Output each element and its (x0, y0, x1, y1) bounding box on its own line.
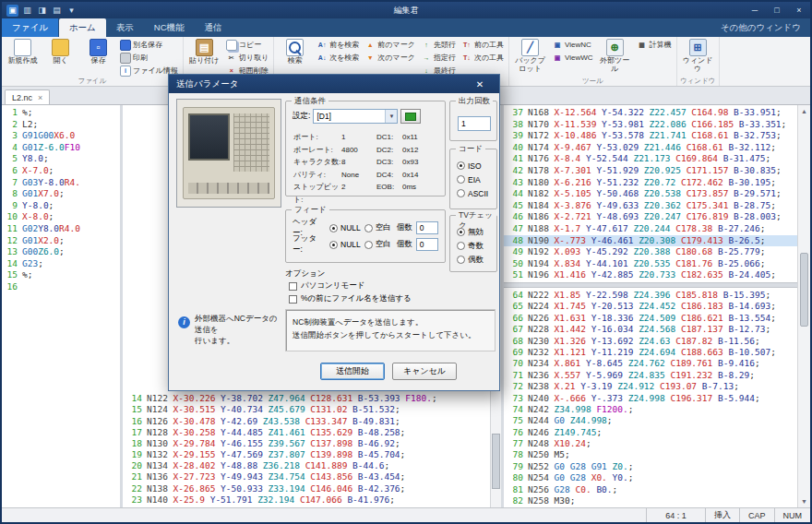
code-line[interactable]: 42N178 X-7.301 Y-51.929 Z20.925 C171.157… (504, 165, 797, 177)
cancel-button[interactable]: キャンセル (392, 363, 457, 380)
ribbon-button-small[interactable]: A↑前を検索 (315, 39, 361, 51)
vertical-scrollbar[interactable]: ▲ ▼ (797, 105, 810, 507)
code-line[interactable]: 46N186 X-2.721 Y-48.693 Z20.247 C176.819… (504, 211, 797, 223)
code-option[interactable]: EIA (457, 173, 495, 186)
code-line[interactable]: 14G23; (2, 258, 120, 270)
code-line[interactable]: 50N194 X.834 Y-44.101 Z20.535 C181.76 B-… (504, 258, 797, 270)
ribbon-button-small[interactable]: ▣ViewNC (550, 39, 595, 51)
code-line[interactable]: 73N240 X-.666 Y-.373 Z24.998 C196.317 B-… (504, 393, 797, 404)
code-line[interactable]: 5Y8.0; (2, 153, 120, 165)
ribbon-button-small[interactable]: ▲前のマーク (363, 39, 417, 51)
code-line[interactable]: 81N256 G28 C0. B0.; (504, 484, 797, 495)
code-line[interactable]: 39N172 X-10.486 Y-53.578 Z21.741 C168.61… (504, 130, 797, 142)
code-line[interactable]: 49N192 X.093 Y-45.292 Z20.388 C180.68 B-… (504, 246, 797, 258)
code-line[interactable]: 47N188 X-1.7 Y-47.617 Z20.244 C178.38 B-… (504, 223, 797, 235)
code-line[interactable]: 66N226 X1.631 Y-18.336 Z24.509 C186.621 … (504, 313, 797, 324)
ribbon-button-big[interactable]: ⊞ウィンドウ (680, 38, 716, 73)
qat-dropdown-icon[interactable]: ▾ (66, 5, 78, 17)
qat-view-icon[interactable]: ▥ (21, 5, 33, 17)
output-count-input[interactable]: 1 (458, 116, 491, 131)
code-line[interactable]: 74N242 Z34.998 F1200.; (504, 404, 797, 415)
code-line[interactable]: 40N174 X-9.467 Y-53.029 Z21.446 C168.61 … (504, 142, 797, 154)
ribbon-button-big[interactable]: ▫保存 (80, 38, 116, 66)
editor-pane-right[interactable]: 37N168 X-12.564 Y-54.322 Z22.457 C164.98… (504, 105, 797, 507)
code-line[interactable]: 69N232 X1.121 Y-11.219 Z24.694 C188.663 … (504, 347, 797, 358)
scrollbar-thumb[interactable] (492, 434, 500, 489)
code-line[interactable]: 22N138 X-26.865 Y-50.933 Z33.194 C146.04… (123, 483, 490, 494)
ribbon-tab-view[interactable]: 表示 (106, 18, 144, 37)
code-line[interactable]: 76N246 Z149.745; (504, 427, 797, 438)
ribbon-tab-file[interactable]: ファイル (2, 18, 58, 37)
code-line[interactable]: 37N168 X-12.564 Y-54.322 Z22.457 C164.98… (504, 107, 797, 119)
code-option[interactable]: ISO (457, 159, 495, 173)
qat-layout-icon[interactable]: ◨ (36, 5, 48, 17)
code-line[interactable]: 38N170 X-11.539 Y-53.981 Z22.086 C166.18… (504, 119, 797, 131)
ribbon-button-small[interactable]: ▼次のマーク (363, 52, 417, 64)
ribbon-button-small[interactable]: T↑前の工具 (460, 39, 506, 51)
ribbon-button-small[interactable]: A↓次を検索 (315, 52, 361, 64)
app-icon[interactable]: ▣ (6, 5, 18, 17)
maximize-button[interactable]: □ (766, 2, 788, 18)
ribbon-button-big[interactable]: 新規作成 (5, 38, 41, 66)
scroll-up-icon[interactable]: ▲ (798, 105, 810, 117)
device-select-button[interactable] (400, 109, 421, 124)
ribbon-button-big[interactable]: ╱バックプロット (512, 38, 548, 73)
code-line[interactable]: 43N180 X-6.216 Y-51.232 Z20.72 C172.462 … (504, 177, 797, 189)
code-line[interactable]: 51N196 X1.416 Y-42.885 Z20.733 C182.635 … (504, 269, 797, 281)
scroll-down-icon[interactable]: ▼ (798, 495, 810, 507)
setting-combobox[interactable]: [D1] ▼ (313, 109, 398, 124)
code-line[interactable]: 80N254 G0 G28 X0. Y0.; (504, 472, 797, 483)
feed-option[interactable]: 空白 (364, 222, 391, 233)
code-line[interactable]: 10X-8.0; (2, 211, 120, 223)
code-line[interactable]: 15%; (2, 269, 120, 281)
code-line[interactable]: 9Y-8.0; (2, 200, 120, 212)
tv-check-option[interactable]: 偶数 (457, 253, 495, 267)
ribbon-button-big[interactable]: ▤貼り付け (186, 38, 222, 66)
code-line[interactable]: 45N184 X-3.876 Y-49.633 Z20.362 C175.341… (504, 200, 797, 212)
code-line[interactable]: 15N124 X-30.515 Y-40.734 Z45.679 C131.02… (123, 404, 490, 415)
code-line[interactable]: 6X-7.0; (2, 165, 120, 177)
code-line[interactable]: 65N224 X1.745 Y-20.513 Z24.452 C186.183 … (504, 301, 797, 312)
close-button[interactable]: × (788, 2, 810, 18)
feed-count-input[interactable]: 0 (416, 238, 438, 251)
dialog-close-button[interactable]: ✕ (468, 79, 492, 89)
code-line[interactable]: 44N182 X-5.105 Y-50.468 Z20.538 C173.857… (504, 188, 797, 200)
ribbon-button-small[interactable]: 印刷 (118, 52, 180, 64)
code-line[interactable]: 18N130 X-29.784 Y-46.155 Z39.567 C137.89… (123, 438, 490, 449)
ribbon-button-small[interactable]: T↓次の工具 (460, 52, 506, 64)
code-line[interactable]: 41N176 X-8.4 Y-52.544 Z21.173 C169.864 B… (504, 153, 797, 165)
code-line[interactable]: 75N244 G0 Z44.998; (504, 415, 797, 426)
feed-option[interactable]: 空白 (364, 239, 391, 250)
ribbon-button-small[interactable]: コピー (224, 39, 270, 51)
code-line[interactable]: 77N248 X10.24; (504, 438, 797, 449)
qat-grid-icon[interactable]: ▤ (51, 5, 63, 17)
ribbon-button-small[interactable]: 別名保存 (118, 39, 180, 51)
code-line[interactable]: 14N122 X-30.226 Y-38.702 Z47.964 C128.63… (123, 393, 490, 404)
code-line[interactable]: 17N128 X-30.258 Y-44.485 Z41.461 C135.62… (123, 427, 490, 438)
feed-option[interactable]: NULL (329, 223, 361, 232)
code-line[interactable]: 70N234 X.861 Y-8.645 Z24.762 C189.761 B-… (504, 358, 797, 369)
code-line[interactable]: 23N140 X-25.9 Y-51.791 Z32.194 C147.066 … (123, 494, 490, 506)
code-line[interactable]: 48N190 X-.773 Y-46.461 Z20.308 C179.413 … (504, 235, 797, 247)
option-checkbox[interactable]: %の前にファイル名を送信する (289, 292, 412, 305)
tv-check-option[interactable]: 無効 (457, 225, 495, 239)
ribbon-button-small[interactable]: ✂切り取り (224, 52, 270, 64)
code-line[interactable]: 68N230 X1.326 Y-13.692 Z24.63 C187.82 B-… (504, 336, 797, 347)
ribbon-button-big[interactable]: 開く (42, 38, 78, 66)
code-line[interactable]: 3G91G00X6.0 (2, 130, 120, 142)
code-line[interactable]: 11G02Y8.0R4.0 (2, 223, 120, 235)
code-line[interactable]: 20N134 X-28.402 Y-48.88 Z36.218 C141.889… (123, 460, 490, 471)
code-line[interactable]: 1%; (2, 107, 120, 119)
code-line[interactable]: 21N136 X-27.723 Y-49.943 Z34.754 C143.85… (123, 471, 490, 482)
code-line[interactable]: 71N236 X.557 Y-5.969 Z24.835 C191.232 B-… (504, 370, 797, 381)
code-line[interactable]: 13G00Z6.0; (2, 246, 120, 258)
scrollbar-thumb[interactable] (800, 253, 808, 327)
code-line[interactable]: 82N258 M30; (504, 495, 797, 506)
ribbon-button-big[interactable]: 検索 (277, 38, 313, 66)
feed-count-input[interactable]: 0 (416, 221, 438, 234)
code-line[interactable]: 16N126 X-30.478 Y-42.69 Z43.538 C133.347… (123, 416, 490, 427)
ribbon-button-small[interactable]: ▣ViewWC (550, 52, 595, 64)
chevron-down-icon[interactable]: ▼ (385, 110, 397, 123)
ribbon-button-small[interactable]: →指定行 (419, 52, 458, 64)
ribbon-tab-comm[interactable]: 通信 (195, 18, 233, 37)
